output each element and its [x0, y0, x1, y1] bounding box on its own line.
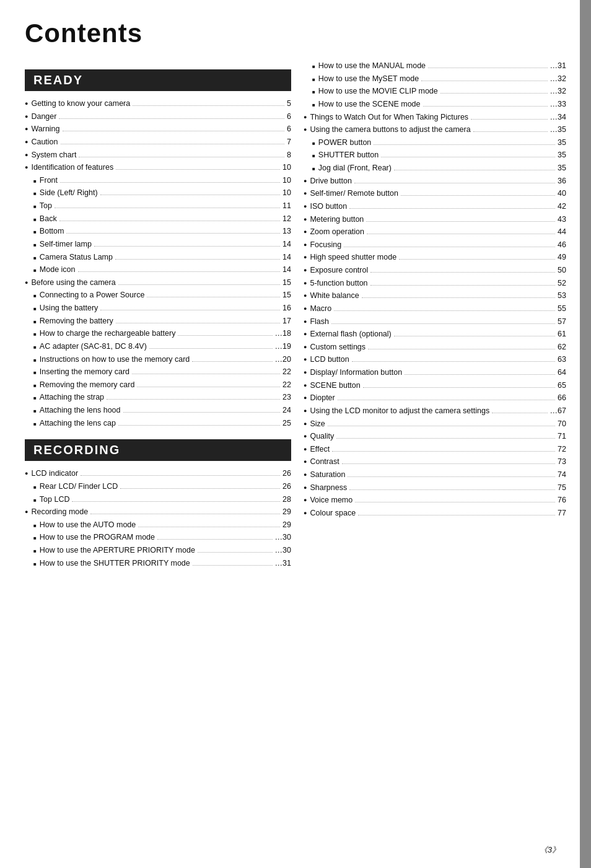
page-number: 23 [282, 391, 291, 404]
list-item: Colour space77 [304, 507, 566, 520]
page-number: 35 [558, 136, 566, 149]
list-item: How to use the MOVIE CLIP mode…32 [304, 85, 566, 98]
list-item: Mode icon14 [25, 263, 291, 276]
dots [100, 310, 280, 310]
list-item: How to use the SHUTTER PRIORITY mode…31 [25, 557, 291, 570]
list-item: LCD indicator26 [25, 467, 291, 480]
dots [401, 195, 555, 196]
page-number: 70 [558, 418, 566, 431]
page-number: …30 [275, 531, 291, 544]
page-number: 43 [558, 213, 566, 226]
list-item: Removing the battery17 [25, 315, 291, 328]
list-item: Self-timer/ Remote button40 [304, 187, 566, 200]
dots [138, 527, 280, 527]
item-text: Metering button [310, 213, 364, 226]
item-text: How to use the MANUAL mode [318, 59, 426, 72]
page-number: 50 [558, 264, 566, 277]
page-number: 74 [558, 468, 566, 481]
list-item: Macro55 [304, 302, 566, 315]
dots [55, 208, 280, 208]
item-text: ISO button [310, 200, 347, 213]
page-number: 36 [558, 175, 566, 188]
dots [394, 336, 555, 336]
item-text: Front [40, 174, 58, 187]
right-column: How to use the MANUAL mode…31How to use … [304, 59, 566, 569]
page-number: 17 [282, 315, 291, 328]
page-number: 6 [287, 110, 291, 123]
page-number: 75 [558, 481, 566, 494]
list-item: Camera Status Lamp14 [25, 251, 291, 264]
page-number: 11 [282, 199, 291, 213]
list-item: Diopter66 [304, 392, 566, 405]
item-text: Before using the camera [31, 276, 115, 289]
dots [423, 106, 548, 107]
page-number: …31 [275, 557, 291, 570]
page-number: 13 [282, 225, 291, 238]
page-number: 64 [558, 366, 566, 379]
dots [344, 247, 555, 247]
item-text: Zoom operation [310, 226, 364, 239]
item-text: Inserting the memory card [40, 366, 129, 379]
dots [60, 182, 280, 183]
item-text: Side (Left/ Right) [40, 186, 98, 199]
dots [63, 131, 285, 131]
page-number: 65 [558, 379, 566, 392]
list-item: Recording mode29 [25, 506, 291, 519]
dots [79, 157, 284, 157]
dots [394, 170, 555, 170]
dots [331, 323, 555, 324]
list-item: Bottom13 [25, 225, 291, 238]
list-item: Attaching the lens hood24 [25, 404, 291, 417]
list-item: Using the LCD monitor to adjust the came… [304, 405, 566, 418]
dots [178, 335, 272, 336]
page-number: 57 [558, 315, 566, 328]
dots [358, 515, 555, 515]
item-text: How to use the SCENE mode [318, 98, 421, 111]
dots [157, 539, 273, 540]
list-item: Side (Left/ Right)10 [25, 186, 291, 199]
dots [149, 348, 273, 349]
page-number: 10 [282, 161, 291, 174]
item-text: How to use the PROGRAM mode [40, 531, 155, 544]
item-text: Drive button [310, 175, 351, 188]
page-number: …67 [550, 405, 566, 418]
page-number: 29 [282, 506, 291, 519]
item-text: Diopter [310, 392, 335, 405]
page-number: 14 [282, 251, 291, 264]
item-text: How to charge the rechargeable battery [40, 327, 176, 340]
item-text: How to use the MOVIE CLIP mode [318, 85, 438, 98]
item-text: Contrast [310, 455, 339, 468]
page-number: 66 [558, 392, 566, 405]
item-text: 5-function button [310, 277, 367, 290]
item-text: Top [40, 199, 52, 213]
page-number: …34 [550, 111, 566, 124]
dots [381, 157, 555, 157]
dots [349, 489, 555, 490]
list-item: Using the camera buttons to adjust the c… [304, 123, 566, 136]
page-number: 40 [558, 187, 566, 200]
list-item: Getting to know your camera5 [25, 97, 291, 110]
item-text: White balance [310, 289, 359, 302]
page-number: 10 [282, 186, 291, 199]
dots [362, 297, 555, 298]
list-item: How to use the MySET mode…32 [304, 72, 566, 85]
right-toc-list: How to use the MANUAL mode…31How to use … [304, 59, 566, 520]
item-text: AC adapter (SAC-81, DC 8.4V) [40, 340, 147, 353]
dots [368, 349, 555, 349]
page-number: 77 [558, 507, 566, 520]
list-item: Before using the camera15 [25, 276, 291, 289]
item-text: Jog dial (Front, Rear) [318, 162, 392, 175]
item-text: Voice memo [310, 494, 352, 507]
page-number: 16 [282, 302, 291, 315]
item-text: Warning [31, 123, 59, 136]
item-text: Using the camera buttons to adjust the c… [310, 123, 470, 136]
item-text: Flash [310, 315, 329, 328]
page-number: 35 [558, 162, 566, 175]
dots [116, 323, 280, 323]
dots [332, 451, 555, 452]
list-item: Attaching the lens cap25 [25, 417, 291, 430]
page-number: 22 [282, 366, 291, 379]
list-item: Contrast73 [304, 455, 566, 468]
list-item: Focusing46 [304, 239, 566, 252]
page-number: 14 [282, 238, 291, 251]
